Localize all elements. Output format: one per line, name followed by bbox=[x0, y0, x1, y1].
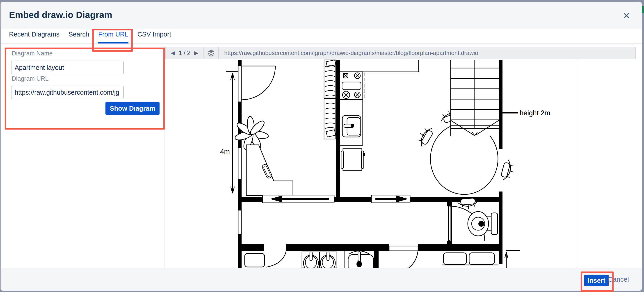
wc-room bbox=[447, 206, 498, 241]
dialog-title: Embed draw.io Diagram bbox=[9, 10, 112, 20]
page-indicator: 1 / 2 bbox=[179, 50, 191, 56]
dimension-4m: 4m bbox=[220, 72, 238, 193]
insert-button[interactable]: Insert bbox=[584, 275, 608, 286]
staircase bbox=[451, 60, 499, 136]
show-diagram-button[interactable]: Show Diagram bbox=[106, 102, 160, 115]
tab-search[interactable]: Search bbox=[68, 31, 89, 44]
desk bbox=[246, 145, 293, 196]
bedroom-door bbox=[389, 246, 418, 268]
diagram-url-label: Diagram URL bbox=[12, 75, 49, 82]
preview-toolbar: ◀ 1 / 2 ▶ https://raw.githubusercontent.… bbox=[165, 47, 636, 59]
kitchen-sink bbox=[340, 100, 363, 145]
window-left-2 bbox=[238, 210, 241, 234]
dialog-header: Embed draw.io Diagram ✕ bbox=[1, 2, 642, 28]
tab-csv-import[interactable]: CSV Import bbox=[138, 31, 171, 44]
dimension-height-label: height 2m bbox=[520, 109, 550, 117]
sliding-door-right bbox=[371, 195, 410, 203]
preview-source-url: https://raw.githubusercontent.com/jgraph… bbox=[224, 50, 478, 56]
floorplan-preview: 4m bbox=[164, 60, 644, 268]
diagram-name-label: Diagram Name bbox=[12, 50, 53, 57]
window-left-1 bbox=[238, 148, 241, 179]
diagram-name-input[interactable] bbox=[11, 61, 124, 74]
bathtub-sink bbox=[345, 251, 374, 268]
dimension-4m-label: 4m bbox=[220, 148, 230, 156]
entry-door bbox=[242, 66, 275, 100]
next-page-icon[interactable]: ▶ bbox=[194, 50, 198, 56]
close-icon[interactable]: ✕ bbox=[620, 10, 633, 22]
bottom-left-room bbox=[245, 251, 286, 267]
dimension-arrow-bottom-right bbox=[505, 250, 520, 268]
dialog-footer: Insert Cancel bbox=[1, 268, 642, 291]
dimension-height-2m: height 2m bbox=[502, 109, 550, 117]
tab-recent-diagrams[interactable]: Recent Diagrams bbox=[9, 31, 60, 44]
cancel-button[interactable]: Cancel bbox=[608, 276, 629, 283]
prev-page-icon[interactable]: ◀ bbox=[171, 50, 175, 56]
layers-icon[interactable] bbox=[204, 47, 219, 59]
washing-machine bbox=[341, 149, 365, 170]
tab-from-url[interactable]: From URL bbox=[98, 31, 128, 44]
bathroom-basins bbox=[302, 252, 337, 268]
background-page-sliver bbox=[642, 6, 644, 13]
door-jamb bbox=[238, 66, 241, 102]
diagram-url-input[interactable] bbox=[11, 86, 124, 99]
tab-bar: Recent Diagrams Search From URL CSV Impo… bbox=[1, 28, 642, 44]
wardrobe bbox=[324, 60, 336, 139]
page-nav: ◀ 1 / 2 ▶ bbox=[166, 47, 204, 59]
screen: Embed draw.io Diagram ✕ Recent Diagrams … bbox=[0, 0, 644, 292]
sliding-door-left bbox=[262, 195, 334, 203]
stove bbox=[340, 72, 364, 100]
beds bbox=[442, 253, 498, 265]
